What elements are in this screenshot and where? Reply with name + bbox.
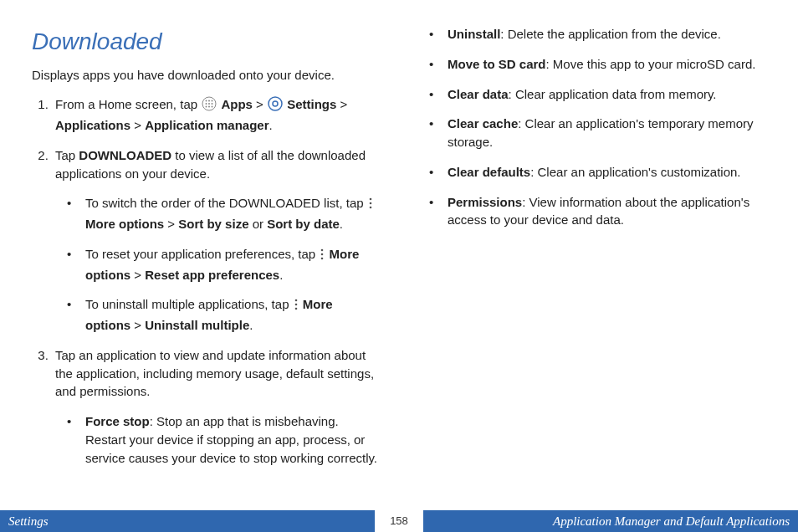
sub-b-prefix: To reset your application preferences, t… [85,247,319,261]
svg-point-8 [208,106,210,108]
manual-page: Downloaded Displays apps you have downlo… [0,0,798,532]
section-heading: Downloaded [32,25,381,59]
forcestop-label: Force stop [85,414,150,428]
sub-sort: To switch the order of the DOWNLOADED li… [55,194,381,233]
svg-point-12 [369,198,371,201]
page-footer: Settings 158 Application Manager and Def… [0,510,798,532]
svg-point-20 [294,308,297,310]
step-1: From a Home screen, tap Apps > Settings … [52,95,381,135]
period1: . [269,118,272,132]
appmgr-label: Application manager [145,118,269,132]
more-options-icon [320,248,325,266]
right-column: Uninstall: Delete the application from t… [417,25,766,478]
cleardata-desc: : Clear application data from memory. [509,87,717,101]
svg-point-19 [294,304,297,306]
options-continued: Uninstall: Delete the application from t… [417,25,766,229]
opt-clearcache: Clear cache: Clear an application's temp… [417,115,766,151]
gt-a: > [164,217,178,231]
svg-point-11 [273,101,278,106]
movesd-label: Move to SD card [448,57,546,71]
gt-b: > [130,268,145,282]
intro-text: Displays apps you have downloaded onto y… [32,66,381,84]
uninst-label: Uninstall multiple [145,318,249,332]
cleardefaults-desc: : Clear an application's customization. [530,165,740,179]
uninstall-desc: : Delete the application from the device… [500,27,720,41]
apps-grid-icon [202,96,217,116]
step2-sublist: To switch the order of the DOWNLOADED li… [55,194,381,335]
period-c: . [249,318,253,332]
svg-point-16 [321,253,324,256]
cleardata-label: Clear data [448,87,509,101]
gt-c: > [130,318,145,332]
svg-point-7 [206,106,207,108]
uninstall-label: Uninstall [448,27,500,41]
more-label-a: More options [85,217,164,231]
sub-a-prefix: To switch the order of the DOWNLOADED li… [85,196,367,210]
opt-cleardata: Clear data: Clear application data from … [417,85,766,104]
applications-label: Applications [55,118,130,132]
reset-label: Reset app preferences [145,268,279,282]
left-column: Downloaded Displays apps you have downlo… [32,25,381,478]
gt3: > [130,118,145,132]
sortdate-label: Sort by date [267,217,340,231]
footer-right: Application Manager and Default Applicat… [424,514,798,529]
gt2: > [336,97,347,111]
downloaded-label: DOWNLOADED [79,148,171,162]
step-3: Tap an application to view and update in… [52,346,381,468]
svg-point-6 [212,103,213,105]
opt-forcestop: Force stop: Stop an app that is misbehav… [55,412,381,467]
svg-point-14 [369,207,371,209]
cleardefaults-label: Clear defaults [448,165,530,179]
sub-reset: To reset your application preferences, t… [55,245,381,284]
page-number: 158 [374,510,424,532]
svg-point-5 [208,103,210,105]
settings-gear-icon [268,96,283,116]
svg-point-2 [208,100,210,102]
svg-point-13 [369,202,371,205]
clearcache-label: Clear cache [448,116,518,130]
opt-permissions: Permissions: View information about the … [417,193,766,230]
step3-sublist: Force stop: Stop an app that is misbehav… [55,412,381,467]
svg-point-18 [294,299,297,302]
period-a: . [340,217,343,231]
svg-point-10 [269,97,282,110]
opt-movesd: Move to SD card: Move this app to your m… [417,55,766,74]
period-b: . [279,268,283,282]
movesd-desc: : Move this app to your microSD card. [546,57,756,71]
sortsize-label: Sort by size [178,217,248,231]
step3-text: Tap an application to view and update in… [55,348,374,399]
sub-c-prefix: To uninstall multiple applications, tap [85,297,293,311]
step2-prefix: Tap [55,148,79,162]
apps-label: Apps [221,97,253,111]
footer-left: Settings [0,514,374,529]
steps-list: From a Home screen, tap Apps > Settings … [32,95,381,467]
gt1: > [253,97,267,111]
settings-label: Settings [287,97,336,111]
more-options-icon [294,298,299,316]
step1-prefix: From a Home screen, tap [55,97,201,111]
step-2: Tap DOWNLOADED to view a list of all the… [52,146,381,335]
opt-uninstall: Uninstall: Delete the application from t… [417,25,766,43]
more-options-icon [368,197,373,215]
svg-point-17 [321,258,324,260]
svg-point-9 [212,106,213,108]
or-a: or [248,217,267,231]
content-columns: Downloaded Displays apps you have downlo… [0,0,798,478]
sub-uninstall-multiple: To uninstall multiple applications, tap … [55,295,381,335]
svg-point-15 [321,249,324,252]
svg-point-1 [206,100,207,102]
opt-cleardefaults: Clear defaults: Clear an application's c… [417,163,766,182]
svg-point-4 [206,103,207,105]
svg-point-3 [212,100,213,102]
permissions-label: Permissions [448,195,522,209]
